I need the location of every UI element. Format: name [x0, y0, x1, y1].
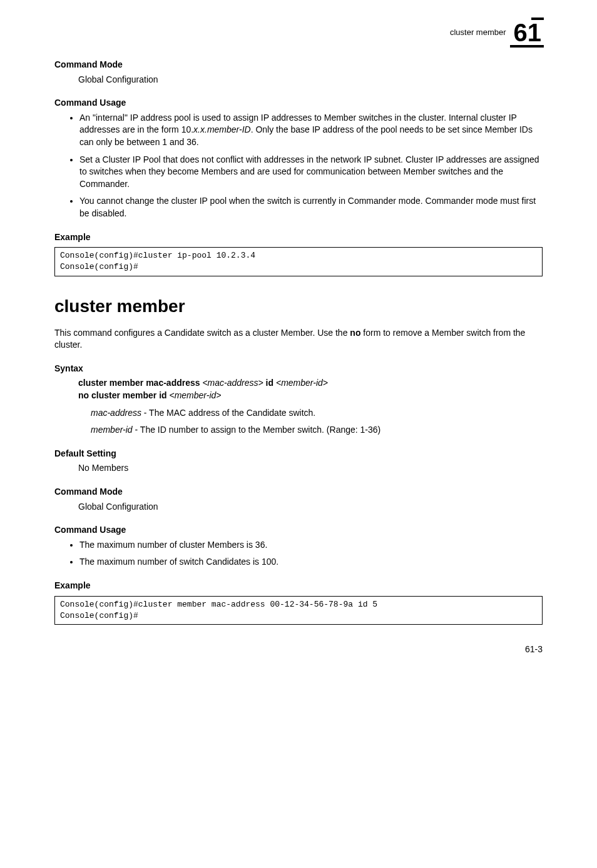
syntax-keyword: id	[266, 378, 273, 388]
breadcrumb: cluster member	[450, 27, 506, 38]
example-heading: Example	[54, 231, 543, 244]
list-item: An "internal" IP address pool is used to…	[79, 112, 543, 149]
syntax-arg: <member-id>	[169, 390, 221, 400]
command-mode-heading: Command Mode	[54, 59, 543, 71]
example-heading: Example	[54, 580, 543, 592]
param-description: member-id - The ID number to assign to t…	[91, 424, 543, 437]
list-item: The maximum number of cluster Members is…	[79, 539, 543, 552]
syntax-cmd: cluster member mac-address	[78, 378, 200, 388]
command-title: cluster member	[54, 294, 543, 318]
list-item: The maximum number of switch Candidates …	[79, 556, 543, 568]
code-example: Console(config)#cluster ip-pool 10.2.3.4…	[54, 247, 543, 276]
param-text: - The MAC address of the Candidate switc…	[141, 408, 315, 418]
command-mode-text: Global Configuration	[78, 501, 543, 513]
syntax-arg: <member-id>	[276, 378, 328, 388]
command-mode-heading: Command Mode	[54, 486, 543, 498]
desc-bold: no	[350, 328, 360, 338]
page-header: cluster member 61	[54, 19, 543, 46]
syntax-cmd: no cluster member id	[78, 390, 167, 400]
command-usage-heading: Command Usage	[54, 97, 543, 109]
desc-part1: This command configures a Candidate swit…	[54, 328, 350, 338]
page-footer: 61-3	[54, 643, 543, 656]
default-setting-heading: Default Setting	[54, 448, 543, 460]
syntax-heading: Syntax	[54, 363, 543, 375]
chapter-number: 61	[513, 19, 543, 46]
syntax-line: cluster member mac-address <mac-address>…	[78, 377, 543, 390]
list-item: You cannot change the cluster IP pool wh…	[79, 195, 543, 220]
param-name: member-id	[91, 425, 133, 435]
command-usage-heading: Command Usage	[54, 524, 543, 537]
code-example: Console(config)#cluster member mac-addre…	[54, 596, 543, 625]
list-item: Set a Cluster IP Pool that does not conf…	[79, 154, 543, 191]
command-description: This command configures a Candidate swit…	[54, 327, 543, 351]
syntax-line: no cluster member id <member-id>	[78, 390, 543, 402]
usage-list: An "internal" IP address pool is used to…	[67, 112, 543, 220]
syntax-block: cluster member mac-address <mac-address>…	[78, 377, 543, 401]
default-setting-text: No Members	[78, 462, 543, 475]
usage-list: The maximum number of cluster Members is…	[67, 539, 543, 568]
param-description: mac-address - The MAC address of the Can…	[91, 407, 543, 420]
param-name: mac-address	[91, 408, 141, 418]
param-text: - The ID number to assign to the Member …	[133, 425, 381, 435]
syntax-arg: <mac-address>	[202, 378, 263, 388]
command-mode-text: Global Configuration	[78, 74, 543, 86]
